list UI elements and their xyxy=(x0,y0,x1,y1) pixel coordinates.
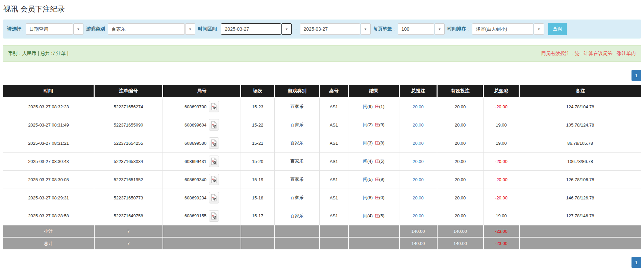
cell-game-type: 百家乐 xyxy=(275,116,320,134)
grand-total-total-bet: 140.00 xyxy=(399,237,437,249)
result-banker: 庄 xyxy=(375,122,379,127)
cell-round-id: 608699431 xyxy=(163,152,241,170)
cell-note: 106.78/86.78 xyxy=(519,152,641,170)
cell-session: 15-22 xyxy=(241,116,275,134)
video-record-icon[interactable] xyxy=(209,192,219,203)
cell-session: 15-23 xyxy=(241,98,275,116)
cell-result: 闲(5)庄(9) xyxy=(348,170,399,189)
query-button[interactable]: 查询 xyxy=(548,23,567,35)
total-bet-link[interactable]: 20.00 xyxy=(399,98,437,116)
game-type-value[interactable]: 百家乐 xyxy=(108,23,185,35)
cell-valid-bet: 20.00 xyxy=(437,152,484,170)
total-bet-link[interactable]: 20.00 xyxy=(399,116,437,134)
cell-session: 15-17 xyxy=(241,207,275,225)
cell-payout: -20.00 xyxy=(484,170,519,189)
result-player-points: (2) xyxy=(367,122,373,127)
cell-time: 2025-03-27 08:29:31 xyxy=(3,189,94,207)
time-sort-select[interactable]: 降幂(由大到小) ▾ xyxy=(472,23,544,35)
col-header-valid-bet: 有效投注 xyxy=(437,85,484,98)
video-record-icon[interactable] xyxy=(209,210,219,222)
video-record-icon[interactable] xyxy=(209,156,219,167)
cell-valid-bet: 20.00 xyxy=(437,98,484,116)
page-size-select[interactable]: 100 ▾ xyxy=(398,23,445,35)
chevron-down-icon[interactable]: ▾ xyxy=(281,23,292,35)
table-header: 时间 注单编号 局号 场次 游戏类别 桌号 结果 总投注 有效投注 总派彩 备注 xyxy=(3,85,641,98)
cell-result: 闲(9)庄(1) xyxy=(348,98,399,116)
date-from-value[interactable]: 2025-03-27 xyxy=(221,23,281,35)
cell-round-id: 608699700 xyxy=(163,98,241,116)
grand-total-row: 总计 7 140.00 140.00 -23.00 xyxy=(3,237,641,249)
round-number: 608699530 xyxy=(184,141,206,146)
result-player: 闲 xyxy=(363,104,367,109)
cell-table-no: AS1 xyxy=(320,170,348,189)
result-player-points: (9) xyxy=(367,104,373,109)
cell-game-type: 百家乐 xyxy=(275,152,320,170)
date-to-value[interactable]: 2025-03-27 xyxy=(300,23,360,35)
col-header-game-type: 游戏类别 xyxy=(275,85,320,98)
subtotal-valid-bet: 140.00 xyxy=(437,225,484,237)
cell-note: 146.78/126.78 xyxy=(519,189,641,207)
col-header-payout: 总派彩 xyxy=(484,85,519,98)
total-bet-link[interactable]: 20.00 xyxy=(399,189,437,207)
video-record-icon[interactable] xyxy=(209,119,219,131)
cell-table-no: AS1 xyxy=(320,98,348,116)
date-range-tilde: ~ xyxy=(294,26,297,32)
chevron-down-icon[interactable]: ▾ xyxy=(534,23,544,35)
result-banker: 庄 xyxy=(375,195,379,200)
chevron-down-icon[interactable]: ▾ xyxy=(73,23,83,35)
date-to-select[interactable]: 2025-03-27 ▾ xyxy=(300,23,371,35)
total-bet-link[interactable]: 20.00 xyxy=(399,170,437,189)
game-type-select[interactable]: 百家乐 ▾ xyxy=(108,23,195,35)
result-banker-points: (5) xyxy=(379,159,385,164)
cell-bet-id: 522371655090 xyxy=(94,116,163,134)
cell-note: 127.78/146.78 xyxy=(519,207,641,225)
video-record-icon[interactable] xyxy=(209,101,219,112)
filter-label-query-type: 请选择: xyxy=(7,26,23,32)
chevron-down-icon[interactable]: ▾ xyxy=(435,23,445,35)
result-player: 闲 xyxy=(363,140,367,145)
page-1-button[interactable]: 1 xyxy=(631,257,641,268)
table-row: 2025-03-27 08:28:58 522371649758 6086991… xyxy=(3,207,641,225)
table-row: 2025-03-27 08:32:23 522371656274 6086997… xyxy=(3,98,641,116)
cell-bet-id: 522371654255 xyxy=(94,134,163,152)
date-from-select[interactable]: 2025-03-27 ▾ xyxy=(221,23,292,35)
cell-table-no: AS1 xyxy=(320,116,348,134)
cell-note: 105.78/124.78 xyxy=(519,116,641,134)
result-player-points: (4) xyxy=(367,159,373,164)
col-header-session: 场次 xyxy=(241,85,275,98)
cell-payout: -20.00 xyxy=(484,98,519,116)
result-banker-points: (9) xyxy=(379,122,385,127)
subtotal-row: 小计 7 140.00 140.00 -23.00 xyxy=(3,225,641,237)
cell-result: 闲(2)庄(9) xyxy=(348,116,399,134)
result-player: 闲 xyxy=(363,159,367,164)
time-sort-value[interactable]: 降幂(由大到小) xyxy=(472,23,534,35)
grand-total-count: 7 xyxy=(94,237,163,249)
result-player: 闲 xyxy=(363,213,367,218)
result-player-points: (5) xyxy=(367,177,373,182)
query-type-value[interactable]: 日期查询 xyxy=(26,23,73,35)
video-record-icon[interactable] xyxy=(209,174,219,185)
chevron-down-icon[interactable]: ▾ xyxy=(361,23,371,35)
result-banker-points: (9) xyxy=(379,177,385,182)
result-banker: 庄 xyxy=(375,177,379,182)
col-header-bet-id: 注单编号 xyxy=(94,85,163,98)
filter-label-date-range: 时间区间: xyxy=(198,26,219,32)
total-bet-link[interactable]: 20.00 xyxy=(399,207,437,225)
video-record-icon[interactable] xyxy=(209,137,219,149)
total-bet-link[interactable]: 20.00 xyxy=(399,152,437,170)
chevron-down-icon[interactable]: ▾ xyxy=(185,23,195,35)
cell-valid-bet: 20.00 xyxy=(437,170,484,189)
cell-round-id: 608699155 xyxy=(163,207,241,225)
cell-session: 15-18 xyxy=(241,189,275,207)
col-header-table-no: 桌号 xyxy=(320,85,348,98)
subtotal-payout: -23.00 xyxy=(484,225,519,237)
page-1-button[interactable]: 1 xyxy=(631,70,641,81)
result-banker: 庄 xyxy=(375,140,379,145)
total-bet-link[interactable]: 20.00 xyxy=(399,134,437,152)
bets-table: 时间 注单编号 局号 场次 游戏类别 桌号 结果 总投注 有效投注 总派彩 备注… xyxy=(3,85,641,249)
result-banker: 庄 xyxy=(375,104,379,109)
round-number: 608699234 xyxy=(184,195,206,200)
page-size-value[interactable]: 100 xyxy=(398,23,434,35)
query-type-select[interactable]: 日期查询 ▾ xyxy=(26,23,83,35)
grand-total-payout: -23.00 xyxy=(484,237,519,249)
